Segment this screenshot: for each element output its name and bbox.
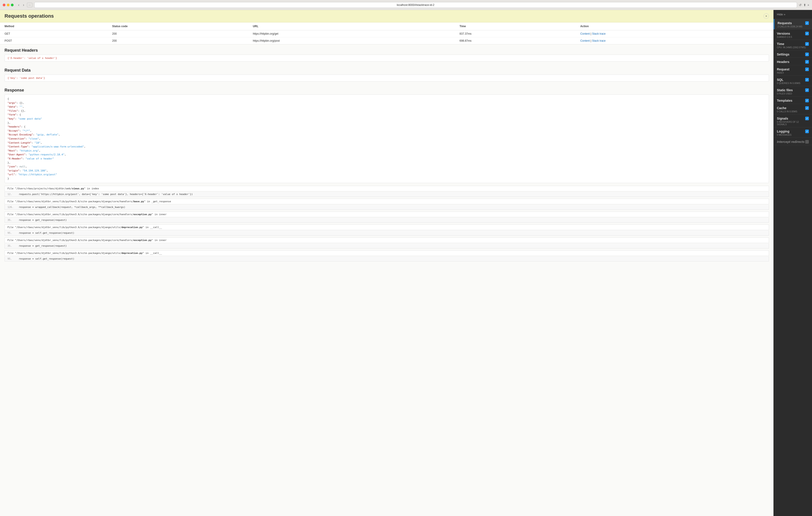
sidebar-item-header: Settings [777,53,809,56]
table-row: GET 200 https://httpbin.org/get 837.37ms… [0,30,774,37]
stack-trace-link[interactable]: Stack trace [592,32,606,35]
minimize-traffic-light[interactable] [7,4,9,6]
sidebar-item-label: Requests [778,21,792,25]
cell-status: 200 [108,30,248,37]
content-link[interactable]: Content [580,32,590,35]
sidebar-item-detail: 0 files used [777,92,809,95]
line-number: 95. [7,232,14,235]
maximize-traffic-light[interactable] [11,4,13,6]
sidebar-item-label: Time [777,42,784,46]
sidebar-item-label: Templates [777,99,792,102]
request-data-title: Request Data [0,64,774,74]
cell-status: 200 [108,37,248,44]
line-number: 35. [7,219,14,221]
sidebar-item-logging[interactable]: Logging 0 messages [774,127,812,138]
sidebar-checkbox[interactable] [805,106,809,110]
sidebar-checkbox[interactable] [805,129,809,133]
sidebar-item-header: Signals [777,117,809,120]
browser-actions: ⬆ + [803,3,809,7]
sidebar-checkbox[interactable] [805,42,809,46]
sidebar-item-header: Headers [777,60,809,64]
stack-trace-link[interactable]: Stack trace [592,39,606,42]
new-tab-button[interactable]: + [808,3,809,7]
page-title: Requests operations [4,13,54,19]
sidebar: Hide » Requests 2 calls in 1536.24 ms Ve… [774,10,812,516]
share-button[interactable]: ⬆ [803,3,806,7]
traffic-lights [3,4,13,6]
address-bar[interactable] [34,2,797,8]
sidebar-checkbox[interactable] [805,99,809,102]
content-link[interactable]: Content [580,39,590,42]
sidebar-item-label: Signals [777,117,788,120]
col-time: Time [455,23,576,30]
main-container: Requests operations × Method Status code… [0,10,812,516]
sidebar-item-header: Requests [778,21,809,25]
sidebar-item-request[interactable]: Request INDEX [774,65,812,75]
line-code: response = get_response(request) [19,219,67,221]
sidebar-item-signals[interactable]: Signals 6 receivers of 12 signals [774,114,812,127]
cell-url: https://httpbin.org/get [248,30,455,37]
sidebar-checkbox[interactable] [805,60,809,64]
sidebar-item-header: Time [777,42,809,46]
stack-file: File "/Users/rbas/venv/djdtbr_venv/lib/p… [4,237,769,243]
line-number: 95. [7,257,14,260]
cell-time: 837.37ms [455,30,576,37]
col-status: Status code [108,23,248,30]
content-area: Requests operations × Method Status code… [0,10,774,516]
sidebar-item-settings[interactable]: Settings [774,50,812,58]
cell-action: Content | Stack trace [576,37,774,44]
sidebar-item-versions[interactable]: Versions Django 2.0.5 [774,29,812,40]
back-button[interactable]: ‹ [17,2,20,7]
close-traffic-light[interactable] [3,4,5,6]
forward-button[interactable]: › [22,2,25,7]
reload-button[interactable]: ↺ [799,3,802,7]
line-code: response = self.get_response(request) [19,257,74,260]
sidebar-item-templates[interactable]: Templates [774,96,812,104]
close-button[interactable]: × [763,13,769,19]
stack-file: File "/Users/rbas/venv/djdtbr_venv/lib/p… [4,199,769,204]
stack-file: File "/Users/rbas/projects/rbas/djdtbr/w… [4,186,769,191]
toolbar-button[interactable]: ··· [27,3,32,7]
sidebar-item-label: Request [777,67,789,71]
sidebar-checkbox[interactable] [805,21,809,25]
stack-line: 35. response = get_response(request) [4,218,769,223]
stack-file: File "/Users/rbas/venv/djdtbr_venv/lib/p… [4,212,769,217]
sidebar-item-label: Intercept redirects [777,140,805,144]
sidebar-item-headers[interactable]: Headers [774,58,812,65]
sidebar-checkbox[interactable] [805,117,809,120]
stack-line: 95. response = self.get_response(request… [4,256,769,262]
stack-line: 126. response = wrapped_callback(request… [4,205,769,210]
sidebar-checkbox[interactable] [805,140,809,144]
sidebar-item-intercept-redirects[interactable]: Intercept redirects [774,138,812,145]
sidebar-item-cache[interactable]: Cache 0 calls in 0.00ms [774,104,812,114]
sidebar-item-sql[interactable]: SQL 0 queries in 0.00ms [774,75,812,86]
sidebar-item-static-files[interactable]: Static files 0 files used [774,86,812,96]
sidebar-checkbox[interactable] [805,88,809,92]
line-code: response = self.get_response(request) [19,232,74,235]
hide-button[interactable]: Hide » [774,10,812,19]
sidebar-checkbox[interactable] [805,53,809,56]
sidebar-item-detail: 6 receivers of 12 signals [777,121,809,126]
request-data-value: {'key': 'some post data'} [4,74,769,82]
stack-trace-container: File "/Users/rbas/projects/rbas/djdtbr/w… [0,186,774,262]
sidebar-checkbox[interactable] [805,78,809,82]
sidebar-item-header: Cache [777,106,809,110]
sidebar-item-header: Intercept redirects [777,140,809,144]
sidebar-item-time[interactable]: Time CPU: 96.34ms (1562.07ms) [774,40,812,50]
cell-url: https://httpbin.org/post [248,37,455,44]
sidebar-item-detail: CPU: 96.34ms (1562.07ms) [777,46,809,49]
sidebar-item-label: SQL [777,78,783,82]
sidebar-checkbox[interactable] [805,32,809,35]
sidebar-item-label: Logging [777,129,789,133]
sidebar-item-detail: 0 messages [777,134,809,136]
sidebar-item-requests[interactable]: Requests 2 calls in 1536.24 ms [774,19,812,29]
sidebar-items: Requests 2 calls in 1536.24 ms Versions … [774,19,812,145]
sidebar-checkbox[interactable] [805,67,809,71]
sidebar-item-header: Versions [777,32,809,35]
response-json: { "args": {}, "data": "", "files": {}, "… [4,94,769,183]
sidebar-item-label: Static files [777,88,793,92]
sidebar-item-header: Request [777,67,809,71]
stack-line: 95. response = self.get_response(request… [4,231,769,236]
cell-time: 698.87ms [455,37,576,44]
line-code: requests.post('https://httpbin.org/post'… [19,193,193,196]
